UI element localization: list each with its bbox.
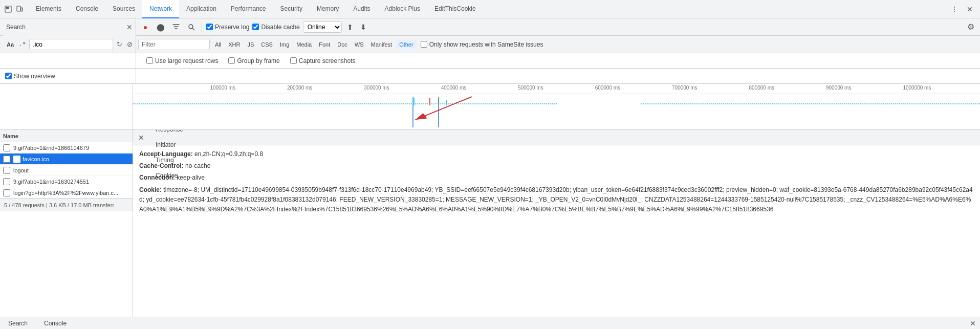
search-panel-toolbar: Search ✕	[3, 18, 136, 36]
filter-type-other[interactable]: Other	[396, 40, 417, 49]
header-key-1: Cache-Control:	[139, 162, 185, 169]
stop-btn[interactable]: ⬤	[155, 21, 167, 33]
tab-console[interactable]: Console	[69, 0, 105, 18]
capture-screenshots-option[interactable]: Capture screenshots	[290, 57, 356, 64]
clear-search-btn[interactable]: ⊘	[125, 39, 134, 50]
request-checkbox-0[interactable]	[3, 144, 10, 151]
overview-row: Show overview	[0, 69, 980, 84]
filter-type-manifest[interactable]: Manifest	[368, 40, 396, 49]
tab-elements[interactable]: Elements	[29, 0, 69, 18]
request-item-1[interactable]: favicon.ico	[0, 153, 133, 165]
request-items-container: 9.gif?abc=1&rnd=1866104679favicon.icolog…	[0, 142, 133, 199]
bottom-search-tab[interactable]: Search	[4, 317, 32, 329]
svg-point-4	[189, 25, 193, 29]
filter-toolbar: Aa .* ↻ ⊘ AllXHRJSCSSImgMediaFontDocWSMa…	[0, 36, 980, 53]
settings-btn[interactable]: ⚙	[965, 21, 977, 33]
filter-type-js[interactable]: JS	[244, 40, 257, 49]
tab-security[interactable]: Security	[273, 0, 310, 18]
inspect-icon[interactable]	[4, 5, 12, 13]
header-row-0: Accept-Language: en,zh-CN;q=0.9,zh;q=0.8	[139, 149, 974, 159]
tab-network[interactable]: Network	[142, 0, 179, 18]
ruler-tick-0: 100000 ms	[210, 85, 235, 91]
search-btn[interactable]	[185, 21, 198, 33]
request-item-4[interactable]: login?go=http%3A%2F%2Fwww.yiban.c...	[0, 187, 133, 199]
request-name-4: login?go=http%3A%2F%2Fwww.yiban.c...	[13, 190, 118, 196]
filter-type-font[interactable]: Font	[316, 40, 333, 49]
header-val-0: en,zh-CN;q=0.9,zh;q=0.8	[194, 150, 263, 158]
tab-application[interactable]: Application	[179, 0, 224, 18]
filter-input[interactable]	[138, 39, 210, 50]
tab-memory[interactable]: Memory	[310, 0, 346, 18]
tab-sources[interactable]: Sources	[105, 0, 142, 18]
request-name-2: logout	[13, 167, 29, 173]
timeline-graph	[133, 94, 980, 129]
filter-type-buttons: AllXHRJSCSSImgMediaFontDocWSManifestOthe…	[212, 40, 417, 49]
tab-editthiscookie[interactable]: EditThisCookie	[427, 0, 483, 18]
favicon-icon-1	[13, 156, 20, 163]
close-detail-btn[interactable]: ✕	[137, 134, 145, 142]
transfer-size: 3.6 KB / 17.0 MB transferr	[49, 202, 114, 208]
header-val-1: no-cache	[185, 162, 210, 169]
record-btn[interactable]: ●	[139, 21, 151, 33]
upload-btn[interactable]: ⬆	[345, 22, 355, 32]
filter-type-all[interactable]: All	[212, 40, 224, 49]
request-name-0: 9.gif?abc=1&rnd=1866104679	[13, 145, 89, 151]
request-item-0[interactable]: 9.gif?abc=1&rnd=1866104679	[0, 142, 133, 153]
request-checkbox-2[interactable]	[3, 167, 10, 174]
case-sensitive-btn[interactable]: Aa	[5, 41, 15, 48]
header-row-3: Cookie: timezone=-8; UM_distinctid=17110…	[139, 185, 974, 215]
tab-adblock-plus[interactable]: Adblock Plus	[378, 0, 427, 18]
regex-btn[interactable]: .*	[17, 40, 27, 48]
header-val-3: timezone=-8; UM_distinctid=17110e4969985…	[139, 186, 973, 213]
refresh-search-btn[interactable]: ↻	[115, 39, 123, 50]
throttle-select[interactable]: Online Fast 3G Slow 3G Offline	[303, 21, 342, 33]
header-key-3: Cookie:	[139, 186, 163, 193]
network-toolbar: Search ✕ ● ⬤ Preserve log Disable cache …	[0, 18, 980, 36]
bottom-close-btn[interactable]: ✕	[970, 319, 976, 327]
device-icon[interactable]	[15, 5, 24, 13]
download-btn[interactable]: ⬇	[358, 22, 368, 32]
group-frame-option[interactable]: Group by frame	[228, 57, 279, 64]
overview-left: Show overview	[3, 69, 136, 84]
ruler-tick-3: 400000 ms	[441, 85, 466, 91]
search-field[interactable]	[29, 39, 113, 50]
detail-tab-response[interactable]: Response	[149, 130, 189, 138]
request-checkbox-3[interactable]	[3, 178, 10, 185]
request-item-2[interactable]: logout	[0, 165, 133, 176]
close-search-btn[interactable]: ✕	[126, 23, 133, 31]
ruler-tick-5: 600000 ms	[595, 85, 620, 91]
more-options-btn[interactable]: ⋮	[948, 3, 961, 15]
options-row: Use large request rows Group by frame Ca…	[0, 53, 980, 69]
svg-line-7	[416, 97, 472, 120]
ruler-tick-8: 900000 ms	[826, 85, 851, 91]
ruler-tick-1: 200000 ms	[287, 85, 312, 91]
tab-bar-right: ⋮ ✕	[948, 3, 980, 15]
show-overview-checkbox[interactable]: Show overview	[5, 73, 55, 80]
search-input-area: Aa .* ↻ ⊘	[3, 36, 136, 53]
request-item-3[interactable]: 9.gif?abc=1&rnd=1630274551	[0, 176, 133, 187]
disable-cache-checkbox[interactable]: Disable cache	[252, 24, 299, 31]
request-list-header: Name	[0, 130, 133, 142]
ruler-tick-6: 700000 ms	[672, 85, 697, 91]
tab-audits[interactable]: Audits	[346, 0, 377, 18]
close-devtools-btn[interactable]: ✕	[964, 3, 976, 15]
request-checkbox-1[interactable]	[3, 156, 10, 163]
filter-type-doc[interactable]: Doc	[334, 40, 351, 49]
filter-type-ws[interactable]: WS	[352, 40, 367, 49]
filter-type-css[interactable]: CSS	[258, 40, 276, 49]
tab-performance[interactable]: Performance	[224, 0, 273, 18]
request-name-3: 9.gif?abc=1&rnd=1630274551	[13, 179, 89, 185]
timeline-right: 100000 ms200000 ms300000 ms400000 ms5000…	[133, 84, 980, 129]
filter-btn[interactable]	[170, 21, 182, 33]
request-checkbox-4[interactable]	[3, 189, 10, 196]
samesite-checkbox[interactable]: Only show requests with SameSite issues	[421, 41, 543, 48]
bottom-console-tab[interactable]: Console	[40, 317, 71, 329]
large-rows-option[interactable]: Use large request rows	[146, 57, 218, 64]
search-panel-title: Search	[6, 24, 26, 31]
filter-type-xhr[interactable]: XHR	[225, 40, 243, 49]
detail-tabs: ✕ HeadersPreviewResponseInitiatorTimingC…	[133, 130, 980, 145]
preserve-log-checkbox[interactable]: Preserve log	[206, 24, 249, 31]
filter-type-img[interactable]: Img	[277, 40, 292, 49]
status-bar: 5 / 478 requests | 3.6 KB / 17.0 MB tran…	[0, 199, 133, 211]
filter-type-media[interactable]: Media	[293, 40, 315, 49]
